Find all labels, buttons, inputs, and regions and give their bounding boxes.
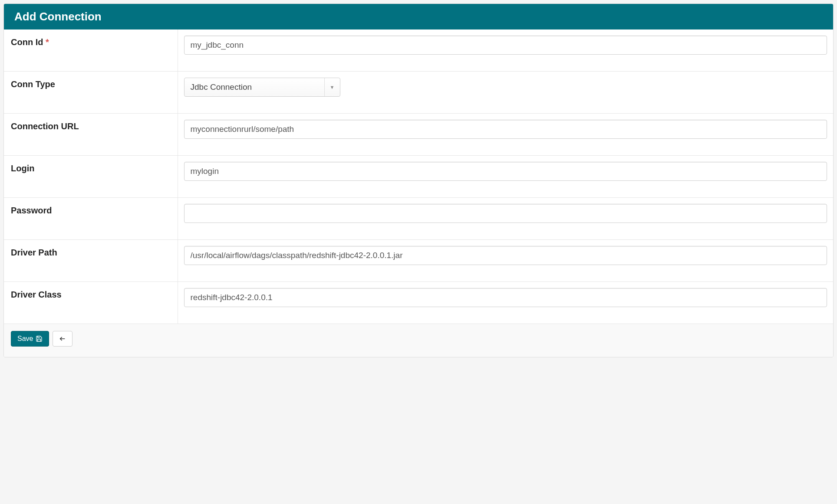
save-button[interactable]: Save bbox=[11, 331, 49, 347]
driver-class-input[interactable] bbox=[184, 288, 827, 307]
login-input[interactable] bbox=[184, 162, 827, 181]
save-icon bbox=[36, 335, 43, 342]
row-driver-path: Driver Path bbox=[4, 240, 833, 282]
row-driver-class: Driver Class bbox=[4, 282, 833, 324]
arrow-left-icon bbox=[59, 335, 66, 342]
row-password: Password bbox=[4, 198, 833, 240]
conn-type-label: Conn Type bbox=[11, 79, 55, 89]
panel-title: Add Connection bbox=[4, 4, 833, 29]
required-marker: * bbox=[46, 37, 49, 47]
back-button[interactable] bbox=[53, 331, 72, 347]
conn-id-label: Conn Id bbox=[11, 37, 43, 47]
driver-path-label: Driver Path bbox=[11, 248, 57, 257]
row-conn-id: Conn Id * bbox=[4, 29, 833, 72]
row-login: Login bbox=[4, 156, 833, 198]
driver-class-label: Driver Class bbox=[11, 290, 62, 299]
login-label: Login bbox=[11, 164, 34, 173]
chevron-down-icon: ▼ bbox=[324, 78, 340, 96]
row-conn-type: Conn Type Jdbc Connection ▼ bbox=[4, 72, 833, 114]
add-connection-panel: Add Connection Conn Id * Conn Type Jdbc … bbox=[3, 3, 834, 357]
conn-type-select[interactable]: Jdbc Connection ▼ bbox=[184, 78, 340, 97]
driver-path-input[interactable] bbox=[184, 246, 827, 265]
connection-url-input[interactable] bbox=[184, 120, 827, 139]
conn-id-input[interactable] bbox=[184, 36, 827, 55]
connection-url-label: Connection URL bbox=[11, 121, 79, 131]
form-table: Conn Id * Conn Type Jdbc Connection ▼ bbox=[4, 29, 833, 324]
password-label: Password bbox=[11, 206, 52, 215]
footer-actions: Save bbox=[4, 324, 833, 357]
save-button-label: Save bbox=[17, 335, 33, 343]
password-input[interactable] bbox=[184, 204, 827, 223]
conn-type-selected-value: Jdbc Connection bbox=[185, 78, 340, 96]
row-connection-url: Connection URL bbox=[4, 114, 833, 156]
